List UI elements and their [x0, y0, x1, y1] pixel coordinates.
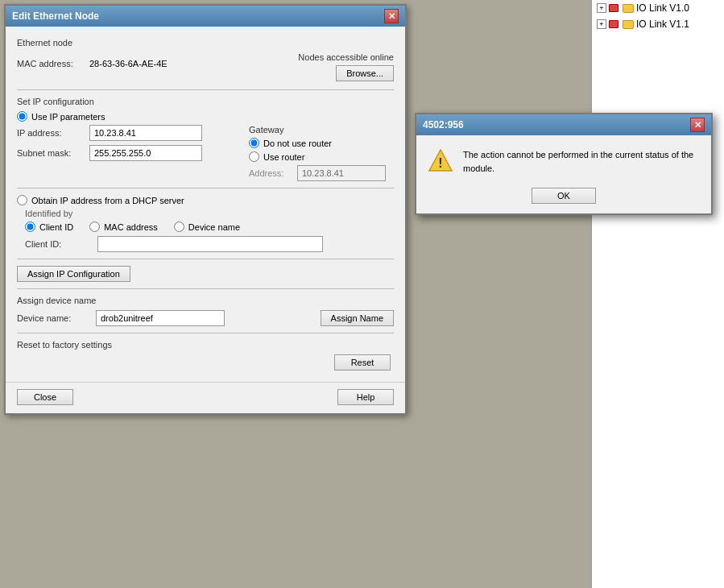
device-name-radio-label: Device name — [188, 222, 240, 232]
ip-right: Gateway Do not use router Use router Add… — [249, 125, 394, 181]
edit-ethernet-title: Edit Ethernet Node — [12, 10, 99, 22]
warning-icon: ! — [428, 148, 453, 174]
factory-reset-label: Reset to factory settings — [17, 340, 394, 350]
use-ip-radio[interactable] — [17, 111, 27, 122]
separator-4 — [17, 288, 394, 289]
client-id-radio-row[interactable]: Client ID — [25, 222, 73, 232]
tree-label-io-link-v10: IO Link V1.0 — [636, 2, 689, 14]
ip-address-input[interactable] — [89, 125, 202, 141]
client-id-field-label: Client ID: — [25, 239, 97, 249]
edit-ethernet-titlebar: Edit Ethernet Node ✕ — [6, 6, 405, 27]
ok-button[interactable]: OK — [532, 188, 596, 204]
separator-1 — [17, 89, 394, 90]
separator-3 — [17, 259, 394, 259]
client-id-field-row: Client ID: — [25, 236, 394, 252]
tree-expand-io-link-v10[interactable]: + — [597, 3, 606, 13]
subnet-mask-input[interactable] — [89, 145, 202, 161]
client-id-input[interactable] — [97, 236, 323, 252]
network-icon-v10 — [609, 4, 619, 12]
close-button[interactable]: Close — [17, 389, 73, 405]
ethernet-left: MAC address: 28-63-36-6A-AE-4E — [17, 52, 298, 68]
error-dialog: 4502:956 ✕ ! The action cannot be perfor… — [415, 113, 713, 215]
mac-address-radio-row[interactable]: MAC address — [89, 222, 158, 232]
device-name-radio[interactable] — [174, 222, 184, 232]
no-router-radio-row[interactable]: Do not use router — [249, 138, 394, 148]
tree-item-io-link-v10[interactable]: + IO Link V1.0 — [592, 0, 724, 16]
assign-name-button[interactable]: Assign Name — [321, 310, 394, 326]
error-buttons: OK — [416, 183, 711, 213]
tree-item-io-link-v11[interactable]: + IO Link V1.1 — [592, 16, 724, 32]
error-body: ! The action cannot be performed in the … — [416, 135, 711, 183]
mac-address-radio-label: MAC address — [104, 222, 158, 232]
svg-text:!: ! — [438, 156, 442, 170]
dhcp-id-section: Identified by Client ID MAC address Devi… — [25, 209, 394, 252]
gateway-title: Gateway — [249, 125, 394, 135]
reset-button[interactable]: Reset — [334, 354, 391, 371]
error-close-icon[interactable]: ✕ — [690, 118, 705, 132]
assign-device-name-label: Assign device name — [17, 296, 394, 305]
ip-left: IP address: Subnet mask: — [17, 125, 225, 181]
separator-2 — [17, 188, 394, 188]
bottom-buttons: Close Help — [6, 382, 405, 413]
mac-address-radio[interactable] — [89, 222, 100, 232]
address-input[interactable] — [297, 165, 386, 181]
no-router-radio[interactable] — [249, 138, 259, 148]
ip-two-col: IP address: Subnet mask: Gateway Do not … — [17, 125, 394, 181]
ethernet-node-label: Ethernet node — [17, 38, 394, 48]
use-router-radio-row[interactable]: Use router — [249, 151, 394, 162]
no-router-label: Do not use router — [263, 139, 332, 148]
device-name-radio-row[interactable]: Device name — [174, 222, 240, 232]
ethernet-section: MAC address: 28-63-36-6A-AE-4E Nodes acc… — [17, 52, 394, 81]
ip-config-label: Set IP configuration — [17, 97, 394, 106]
mac-value: 28-63-36-6A-AE-4E — [89, 59, 168, 68]
edit-ethernet-content: Ethernet node MAC address: 28-63-36-6A-A… — [6, 27, 405, 379]
client-id-radio-label: Client ID — [39, 222, 73, 232]
use-ip-label: Use IP parameters — [31, 112, 105, 122]
ethernet-right: Nodes accessible online Browse... — [298, 52, 394, 81]
tree-label-io-link-v11: IO Link V1.1 — [636, 19, 689, 30]
assign-ip-button[interactable]: Assign IP Configuration — [17, 266, 130, 282]
use-router-radio[interactable] — [249, 151, 259, 162]
ip-address-row: IP address: — [17, 125, 225, 141]
address-label: Address: — [249, 168, 297, 178]
use-router-label: Use router — [263, 152, 304, 162]
right-panel: + IO Link V1.0 + IO Link V1.1 — [591, 0, 724, 588]
device-name-field-label: Device name: — [17, 313, 89, 323]
reset-btn-container: Reset — [17, 354, 394, 371]
address-row: Address: — [249, 165, 394, 181]
device-name-input[interactable] — [96, 310, 225, 326]
tree-expand-io-link-v11[interactable]: + — [597, 19, 606, 29]
client-id-radio[interactable] — [25, 222, 35, 232]
dhcp-radio[interactable] — [17, 195, 27, 205]
error-title: 4502:956 — [423, 119, 464, 130]
dhcp-label: Obtain IP address from a DHCP server — [31, 196, 184, 205]
dhcp-id-row: Client ID MAC address Device name — [25, 222, 394, 232]
dhcp-radio-row[interactable]: Obtain IP address from a DHCP server — [17, 195, 394, 205]
edit-ethernet-close-icon[interactable]: ✕ — [384, 9, 399, 23]
assign-ip-btn-container: Assign IP Configuration — [17, 266, 394, 282]
ip-address-label: IP address: — [17, 128, 89, 138]
error-message: The action cannot be performed in the cu… — [463, 148, 700, 175]
identified-by-label: Identified by — [25, 209, 394, 218]
mac-row: MAC address: 28-63-36-6A-AE-4E — [17, 59, 298, 68]
device-name-row: Device name: Assign Name — [17, 310, 394, 326]
edit-ethernet-dialog: Edit Ethernet Node ✕ Ethernet node MAC a… — [4, 4, 407, 415]
error-titlebar: 4502:956 ✕ — [416, 114, 711, 135]
help-button[interactable]: Help — [337, 389, 394, 405]
browse-button[interactable]: Browse... — [336, 65, 394, 81]
mac-label: MAC address: — [17, 59, 89, 68]
subnet-mask-label: Subnet mask: — [17, 148, 89, 158]
use-ip-radio-row[interactable]: Use IP parameters — [17, 111, 394, 122]
subnet-mask-row: Subnet mask: — [17, 145, 225, 161]
network-icon-v11 — [609, 20, 619, 28]
separator-5 — [17, 333, 394, 333]
nodes-online-label: Nodes accessible online — [298, 52, 394, 62]
